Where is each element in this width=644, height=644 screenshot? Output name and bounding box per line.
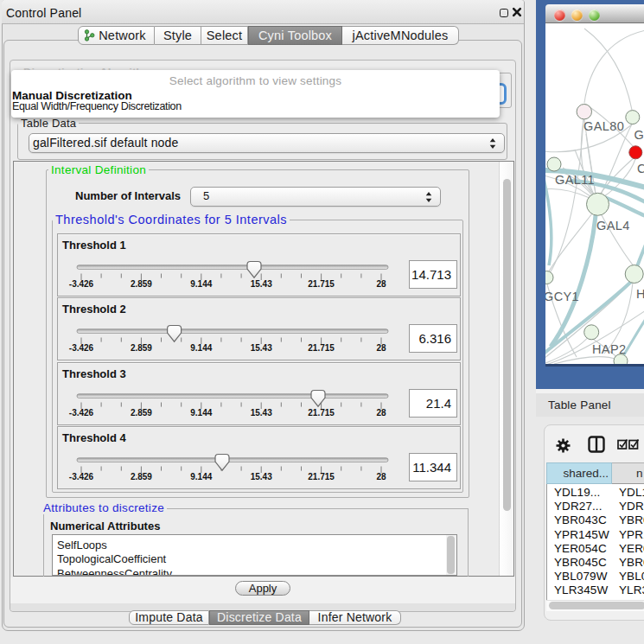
svg-text:28: 28 [376, 343, 386, 353]
svg-text:2.859: 2.859 [131, 279, 152, 289]
svg-text:-3.426: -3.426 [69, 279, 94, 289]
svg-text:21.715: 21.715 [308, 343, 335, 353]
svg-text:GAL80: GAL80 [583, 119, 624, 133]
svg-text:-3.426: -3.426 [69, 343, 94, 353]
svg-text:15.43: 15.43 [251, 472, 272, 481]
svg-text:9.144: 9.144 [190, 408, 212, 418]
svg-text:28: 28 [376, 279, 386, 289]
svg-text:GAL11: GAL11 [555, 173, 595, 187]
svg-text:HAP2: HAP2 [592, 342, 626, 356]
svg-text:21.715: 21.715 [308, 408, 335, 418]
svg-text:C: C [637, 162, 644, 175]
svg-text:G.: G. [634, 128, 644, 142]
svg-text:15.43: 15.43 [251, 408, 272, 418]
svg-text:-3.426: -3.426 [69, 472, 94, 481]
svg-text:28: 28 [376, 472, 386, 481]
svg-text:GCY1: GCY1 [545, 290, 579, 303]
svg-text:H: H [636, 287, 644, 301]
svg-text:9.144: 9.144 [190, 279, 212, 289]
svg-text:21.715: 21.715 [308, 472, 335, 481]
svg-text:-3.426: -3.426 [69, 408, 94, 418]
svg-text:9.144: 9.144 [190, 472, 212, 481]
svg-text:28: 28 [376, 408, 386, 418]
svg-text:2.859: 2.859 [131, 472, 152, 481]
svg-text:15.43: 15.43 [251, 279, 272, 289]
svg-text:21.715: 21.715 [308, 279, 335, 289]
svg-text:9.144: 9.144 [190, 343, 212, 353]
svg-text:GAL4: GAL4 [596, 219, 630, 233]
svg-text:2.859: 2.859 [131, 343, 152, 353]
svg-text:15.43: 15.43 [251, 343, 272, 353]
svg-text:2.859: 2.859 [131, 408, 152, 418]
